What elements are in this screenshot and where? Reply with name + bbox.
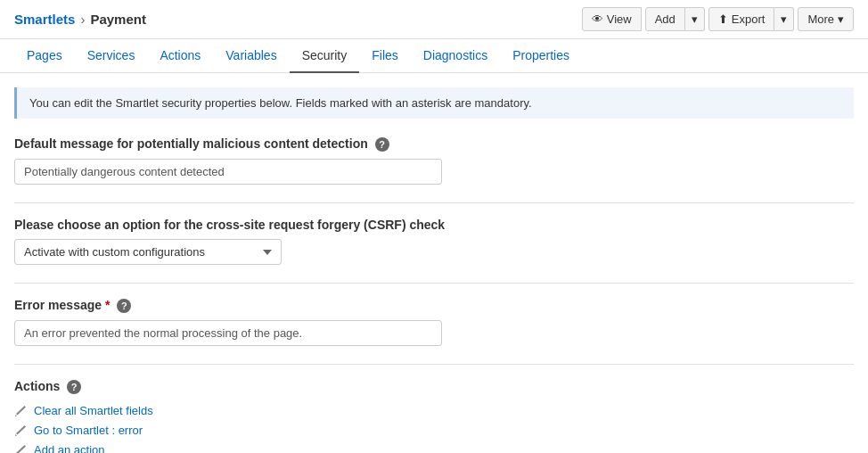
header-actions: 👁 View Add ▾ ⬆ Export ▾ More ▾: [582, 7, 854, 31]
default-message-section: Default message for potentially maliciou…: [14, 136, 854, 185]
default-message-label: Default message for potentially maliciou…: [14, 136, 854, 152]
tab-diagnostics[interactable]: Diagnostics: [411, 39, 500, 73]
list-item: Clear all Smartlet fields: [14, 403, 854, 417]
info-message: You can edit the Smartlet security prope…: [14, 87, 854, 119]
error-message-section: Error message * ?: [14, 298, 854, 346]
csrf-select[interactable]: Activate with custom configurations Acti…: [14, 239, 282, 265]
tab-properties[interactable]: Properties: [500, 39, 582, 73]
breadcrumb-smartlets-link[interactable]: Smartlets: [14, 12, 75, 27]
actions-section: Actions ? Clear all Smartlet fields: [14, 379, 854, 453]
export-button[interactable]: ⬆ Export: [708, 7, 775, 31]
add-button[interactable]: Add: [645, 7, 685, 31]
export-caret-icon: ▾: [781, 12, 787, 26]
tab-variables[interactable]: Variables: [213, 39, 289, 73]
upload-icon: ⬆: [718, 12, 728, 26]
add-button-group: Add ▾: [645, 7, 705, 31]
actions-section-label: Actions ?: [14, 379, 854, 394]
tab-pages[interactable]: Pages: [14, 39, 75, 73]
info-message-text: You can edit the Smartlet security prope…: [29, 96, 532, 110]
header: Smartlets › Payment 👁 View Add ▾ ⬆ Expor…: [0, 0, 868, 39]
actions-label-text: Actions: [14, 379, 60, 393]
edit-icon-0: [14, 403, 29, 417]
divider-1: [14, 202, 854, 203]
export-label: Export: [732, 12, 766, 26]
action-list: Clear all Smartlet fields Go to Smartlet…: [14, 403, 854, 453]
eye-icon: 👁: [592, 12, 603, 26]
divider-3: [14, 364, 854, 365]
breadcrumb-current-page: Payment: [90, 12, 146, 27]
more-caret-icon: ▾: [838, 12, 844, 26]
tab-bar: Pages Services Actions Variables Securit…: [0, 39, 868, 73]
export-dropdown-button[interactable]: ▾: [774, 7, 794, 31]
main-content: You can edit the Smartlet security prope…: [0, 73, 868, 453]
actions-help-icon[interactable]: ?: [67, 380, 81, 394]
default-message-label-text: Default message for potentially maliciou…: [14, 136, 368, 151]
tab-security[interactable]: Security: [290, 39, 360, 73]
tab-files[interactable]: Files: [359, 39, 411, 73]
tab-actions[interactable]: Actions: [147, 39, 213, 73]
tab-services[interactable]: Services: [75, 39, 148, 73]
more-label: More: [807, 12, 834, 26]
default-message-input[interactable]: [14, 159, 442, 185]
edit-icon-1: [14, 423, 29, 437]
error-message-label: Error message * ?: [14, 298, 854, 313]
csrf-section: Please choose an option for the cross-si…: [14, 218, 854, 265]
csrf-label-text: Please choose an option for the cross-si…: [14, 218, 445, 232]
export-button-group: ⬆ Export ▾: [708, 7, 795, 31]
add-caret-icon: ▾: [692, 12, 698, 26]
divider-2: [14, 283, 854, 284]
breadcrumb-separator: ›: [80, 12, 85, 27]
add-dropdown-button[interactable]: ▾: [685, 7, 705, 31]
list-item: Add an action: [14, 442, 854, 453]
error-message-label-text: Error message: [14, 298, 102, 312]
view-button-group: 👁 View: [582, 7, 642, 31]
breadcrumb: Smartlets › Payment: [14, 12, 146, 27]
edit-icon-2: [14, 442, 29, 453]
list-item: Go to Smartlet : error: [14, 423, 854, 437]
view-button[interactable]: 👁 View: [582, 7, 642, 31]
add-action-link[interactable]: Add an action: [34, 443, 105, 454]
error-message-help-icon[interactable]: ?: [117, 299, 131, 313]
required-star: *: [105, 298, 110, 312]
more-button[interactable]: More ▾: [798, 7, 854, 31]
goto-smartlet-link[interactable]: Go to Smartlet : error: [34, 424, 143, 437]
error-message-input[interactable]: [14, 320, 442, 346]
clear-all-link[interactable]: Clear all Smartlet fields: [34, 404, 153, 417]
view-label: View: [607, 12, 632, 26]
csrf-label: Please choose an option for the cross-si…: [14, 218, 854, 232]
default-message-help-icon[interactable]: ?: [375, 137, 389, 152]
